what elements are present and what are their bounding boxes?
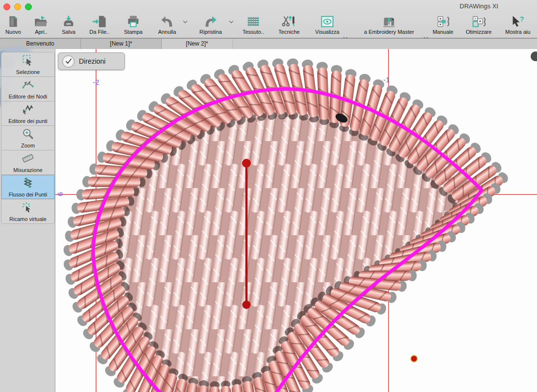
sidebar-item-flusso-dei-punti[interactable]: Flusso dei Punti bbox=[1, 175, 54, 199]
window-chrome: DRAWings XI Nuovo Apri.. Salva bbox=[0, 0, 537, 38]
toolbar-button-da-file[interactable]: Da File.. bbox=[84, 13, 115, 35]
tab-new-1[interactable]: [New 1]* bbox=[81, 39, 162, 49]
selection-icon bbox=[22, 54, 34, 69]
toolbar-label: Salva bbox=[62, 29, 75, 35]
toolbar-button-otimizzare[interactable]: Otimizzare bbox=[461, 13, 497, 35]
sidebar-item-editore-dei-nodi[interactable]: Editore dei Nodi bbox=[1, 77, 54, 101]
view-eye-icon bbox=[320, 14, 335, 28]
design-canvas[interactable]: -2 -1 6 Direzioni bbox=[55, 49, 537, 392]
zoom-window-button[interactable] bbox=[25, 3, 32, 10]
stitch-editor-icon bbox=[22, 103, 34, 118]
toolbar-button-apri[interactable]: Apri.. bbox=[28, 13, 54, 35]
toolbar-label: Mostra aiu bbox=[505, 29, 530, 35]
main-toolbar: Nuovo Apri.. Salva Da File.. bbox=[0, 13, 537, 38]
sidebar-item-label: Selezione bbox=[16, 69, 40, 75]
grid-label-y-6: 6 bbox=[56, 192, 64, 196]
sidebar-item-editore-dei-punti[interactable]: Editore dei punti bbox=[1, 101, 54, 126]
directions-toggle-button[interactable]: Direzioni bbox=[58, 52, 125, 70]
dark-stitch-shadow bbox=[531, 51, 537, 61]
node-point[interactable] bbox=[411, 356, 417, 362]
toolbar-label: a Embroidery Master bbox=[364, 29, 414, 35]
open-file-icon bbox=[34, 14, 49, 28]
toolbar-label: Manuale bbox=[433, 29, 453, 35]
toolbar-label: Tecniche bbox=[278, 29, 299, 35]
zoom-icon bbox=[22, 127, 34, 142]
node-editor-icon bbox=[22, 78, 34, 93]
sidebar-item-label: Misurazione bbox=[13, 167, 42, 173]
toolbar-label: Apri.. bbox=[35, 29, 48, 35]
toolbox-panel: Selezione Editore dei Nodi Editore dei p… bbox=[1, 52, 55, 224]
manual-icon bbox=[436, 14, 450, 28]
window-title: DRAWings XI bbox=[460, 2, 498, 10]
redo-icon bbox=[203, 14, 218, 28]
tools-sidebar: Selezione Editore dei Nodi Editore dei p… bbox=[0, 49, 55, 392]
toolbar-label: Otimizzare bbox=[466, 29, 492, 35]
sidebar-item-label: Editore dei Nodi bbox=[9, 94, 47, 99]
directions-button-label: Direzioni bbox=[79, 57, 105, 65]
toolbar-button-mostra-aiuto[interactable]: ? Mostra aiu bbox=[501, 13, 535, 35]
toolbar-button-salva[interactable]: Salva bbox=[57, 13, 80, 35]
toolbar-button-annulla[interactable]: Annulla bbox=[153, 13, 181, 35]
print-icon bbox=[126, 14, 140, 28]
sidebar-item-label: Flusso dei Punti bbox=[9, 192, 47, 197]
from-file-icon bbox=[92, 14, 107, 28]
toolbar-button-tecniche[interactable]: Tecniche bbox=[274, 13, 304, 35]
toolbar-label: Stampa bbox=[124, 29, 143, 35]
tab-new-2[interactable]: [New 2]* bbox=[162, 39, 233, 49]
sidebar-item-selezione[interactable]: Selezione bbox=[1, 52, 54, 77]
tabbar-filler bbox=[233, 39, 537, 49]
undo-dropdown-chevron-icon[interactable] bbox=[183, 19, 188, 23]
close-window-button[interactable] bbox=[3, 3, 10, 10]
stitch-flow-icon bbox=[22, 176, 34, 191]
document-tabbar: Benvenuto [New 1]* [New 2]* bbox=[0, 38, 537, 49]
sidebar-item-label: Editore dei punti bbox=[8, 118, 48, 124]
minimize-window-button[interactable] bbox=[14, 3, 21, 10]
measure-icon bbox=[22, 152, 34, 167]
toolbar-button-tessuto[interactable]: Tessuto.. bbox=[238, 13, 268, 35]
sidebar-item-zoom[interactable]: Zoom bbox=[1, 126, 54, 150]
undo-icon bbox=[160, 14, 174, 28]
fabric-icon bbox=[246, 14, 261, 28]
toolbar-button-manuale[interactable]: Manuale bbox=[429, 13, 457, 35]
traffic-lights bbox=[3, 3, 32, 10]
toolbar-button-ripristina[interactable]: Ripristina bbox=[194, 13, 227, 35]
svg-text:?: ? bbox=[519, 15, 524, 23]
toolbar-label: Nuovo bbox=[5, 29, 21, 35]
virtual-embroidery-icon bbox=[22, 201, 34, 216]
toolbar-button-stampa[interactable]: Stampa bbox=[119, 13, 148, 35]
redo-dropdown-chevron-icon[interactable] bbox=[229, 19, 234, 23]
grid-label-x-minus1: -1 bbox=[383, 75, 390, 84]
techniques-icon bbox=[282, 14, 296, 28]
toolbar-button-nuovo[interactable]: Nuovo bbox=[2, 13, 24, 35]
toolbar-label: Annulla bbox=[158, 29, 176, 35]
sidebar-item-label: Ricamo virtuale bbox=[9, 216, 47, 222]
toolbar-label: Visualizza bbox=[315, 29, 339, 35]
toolbar-label: Da File.. bbox=[90, 29, 110, 35]
toolbar-label: Ripristina bbox=[199, 29, 222, 35]
optimize-icon bbox=[471, 14, 486, 28]
embroidery-machine-icon bbox=[381, 14, 397, 28]
sidebar-item-label: Zoom bbox=[21, 143, 35, 148]
toolbar-button-embroidery-master[interactable]: a Embroidery Master bbox=[352, 13, 426, 35]
drawings-app-window: DRAWings XI Nuovo Apri.. Salva bbox=[0, 0, 537, 392]
toolbar-button-visualizza[interactable]: Visualizza bbox=[309, 13, 346, 35]
sidebar-item-misurazione[interactable]: Misurazione bbox=[1, 150, 54, 175]
toolbar-label: Tessuto.. bbox=[243, 29, 264, 35]
grid-label-x-minus2: -2 bbox=[93, 78, 99, 86]
check-icon bbox=[62, 55, 74, 68]
embroidery-scene bbox=[55, 49, 537, 392]
sidebar-item-ricamo-virtuale[interactable]: Ricamo virtuale bbox=[1, 199, 54, 223]
new-file-icon bbox=[7, 14, 20, 28]
save-icon bbox=[62, 14, 75, 28]
help-cursor-icon: ? bbox=[511, 14, 525, 28]
